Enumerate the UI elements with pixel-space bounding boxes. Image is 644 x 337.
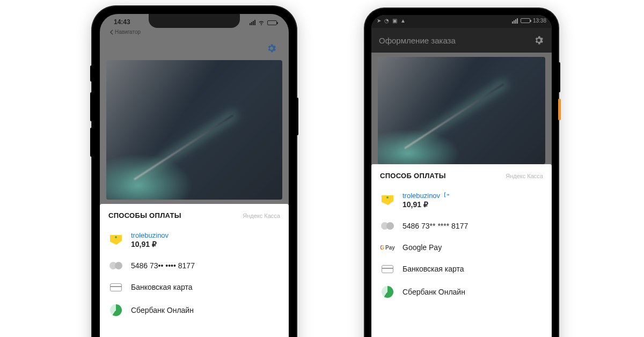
google-pay-option[interactable]: GPay Google Pay — [371, 237, 552, 258]
mastercard-icon — [381, 222, 394, 230]
wallet-amount: 10,91 ₽ — [131, 240, 169, 248]
saved-card-option[interactable]: 5486 73•• •••• 8177 — [100, 255, 289, 276]
status-icon: ▣ — [392, 18, 397, 24]
bank-card-label: Банковская карта — [402, 265, 464, 273]
sberbank-option[interactable]: Сбербанк Онлайн — [100, 298, 289, 323]
sberbank-icon — [382, 286, 393, 298]
android-frame: ➤ ◔ ▣ ▲ 13:38 Оформление заказа — [365, 9, 558, 337]
wifi-icon — [258, 19, 265, 26]
yandex-wallet-icon — [110, 235, 122, 245]
payment-sheet: СПОСОБЫ ОПЛАТЫ Яндекс Касса trolebuzinov… — [100, 204, 289, 337]
gpay-icon: GPay — [380, 245, 395, 251]
bank-card-label: Банковская карта — [131, 283, 192, 291]
ios-clock: 14:43 — [114, 18, 130, 26]
cellular-icon — [250, 20, 255, 25]
saved-card-option[interactable]: 5486 73** **** 8177 — [371, 215, 552, 237]
status-icon: ▲ — [400, 18, 406, 24]
sheet-brand: Яндекс Касса — [506, 173, 543, 179]
card-icon — [382, 265, 393, 273]
status-icon: ➤ — [377, 18, 381, 24]
cellular-icon — [512, 18, 518, 24]
settings-icon[interactable] — [266, 43, 277, 54]
bank-card-option[interactable]: Банковская карта — [100, 276, 289, 298]
card-icon — [110, 283, 122, 291]
card-masked: 5486 73•• •••• 8177 — [131, 261, 195, 270]
ios-status-bar: 14:43 — [100, 17, 289, 29]
wallet-username: trolebuzinov — [402, 192, 440, 200]
android-status-bar: ➤ ◔ ▣ ▲ 13:38 — [371, 15, 552, 28]
wallet-option[interactable]: trolebuzinov 10,91 ₽ — [371, 185, 552, 215]
battery-icon — [521, 18, 530, 23]
wallet-option[interactable]: trolebuzinov 10,91 ₽ — [100, 225, 289, 255]
sberbank-icon — [110, 304, 122, 316]
appbar-title: Оформление заказа — [379, 36, 456, 45]
android-app-bar: Оформление заказа — [371, 28, 552, 53]
sheet-title: СПОСОБЫ ОПЛАТЫ — [108, 211, 181, 219]
sheet-brand: Яндекс Касса — [243, 213, 280, 219]
hero-image — [378, 57, 545, 164]
settings-icon[interactable] — [533, 35, 544, 46]
wallet-amount: 10,91 ₽ — [402, 200, 450, 209]
logout-icon[interactable] — [443, 192, 450, 200]
sberbank-option[interactable]: Сбербанк Онлайн — [371, 280, 552, 304]
wallet-username: trolebuzinov — [131, 231, 169, 239]
status-icon: ◔ — [384, 18, 389, 24]
battery-icon — [267, 20, 277, 25]
iphone-frame: 14:43 Навигатор — [92, 6, 296, 337]
sheet-title: СПОСОБ ОПЛАТЫ — [380, 172, 446, 180]
gpay-label: Google Pay — [402, 243, 442, 252]
sberbank-label: Сбербанк Онлайн — [402, 288, 465, 296]
card-masked: 5486 73** **** 8177 — [402, 222, 468, 230]
sberbank-label: Сбербанк Онлайн — [131, 306, 194, 314]
bank-card-option[interactable]: Банковская карта — [371, 258, 552, 280]
mastercard-icon — [109, 261, 122, 270]
ios-back-label: Навигатор — [115, 29, 141, 35]
android-clock: 13:38 — [533, 18, 546, 24]
hero-image — [106, 60, 282, 200]
payment-sheet: СПОСОБ ОПЛАТЫ Яндекс Касса trolebuzinov … — [371, 164, 552, 337]
ios-back-button[interactable]: Навигатор — [109, 29, 141, 35]
yandex-wallet-icon — [382, 195, 393, 205]
